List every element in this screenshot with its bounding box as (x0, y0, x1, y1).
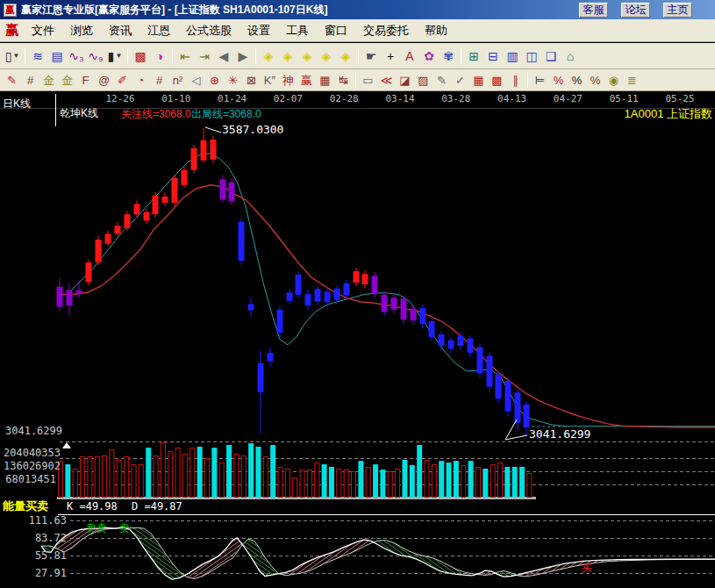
chip-distribution-icon[interactable]: ▩ (131, 47, 150, 65)
gann-gold-grid-icon[interactable]: 金 (39, 72, 58, 89)
date-tick-label: 12-26 (105, 93, 134, 104)
wave-3-icon[interactable]: ∿₃ (67, 47, 86, 65)
fan-box-icon[interactable]: ◪ (396, 72, 414, 89)
spiral-tool-icon[interactable]: @ (95, 72, 113, 89)
menu-item[interactable]: 设置 (240, 21, 278, 40)
calculator-icon[interactable]: ⊟ (483, 47, 503, 65)
menu-item[interactable]: 江恩 (139, 21, 178, 40)
menu-items: 文件浏览资讯江恩公式选股设置工具窗口交易委托帮助 (24, 21, 455, 40)
service-button[interactable]: 客服 (579, 3, 608, 18)
fan-lines-icon[interactable]: ≪ (377, 72, 396, 89)
width-measure-icon[interactable]: ↹ (334, 72, 353, 89)
f-grid-icon[interactable]: F (76, 72, 95, 89)
menu-item[interactable]: 窗口 (317, 21, 355, 40)
indicator-d-value: D =49.87 (132, 501, 182, 513)
chip-tool-icon[interactable]: ✿ (419, 47, 439, 65)
low-price-annotation: 3041.6299 (529, 428, 590, 440)
gold-circle-icon[interactable]: ◉ (604, 72, 623, 89)
brush-tool-icon[interactable]: ✎ (3, 72, 21, 89)
menu-item[interactable]: 帮助 (417, 21, 455, 40)
shade-box-icon[interactable]: ▨ (414, 72, 433, 89)
date-tick-label: 01-10 (161, 93, 190, 104)
ying-grid-icon[interactable]: 赢 (297, 72, 316, 89)
next-kline-icon[interactable]: ▶ (233, 47, 253, 65)
candle-width-icon[interactable]: ▮▼ (105, 47, 125, 65)
toolbar-separator (355, 72, 356, 88)
notebook-icon[interactable]: ▥ (503, 47, 522, 65)
v-lines-icon[interactable]: ✓ (451, 72, 469, 89)
indicator-axis-label: 27.91 (16, 568, 67, 579)
indicator-k-value: K =49.98 (67, 501, 118, 513)
star-web-icon[interactable]: ✳ (224, 72, 242, 89)
brain-tool-icon[interactable]: ✾ (439, 47, 458, 65)
quote-list-icon[interactable]: ▤ (47, 47, 67, 65)
parallel-lines-icon[interactable]: ∥ (506, 72, 525, 89)
shen-grid-icon[interactable]: 神 (279, 72, 297, 89)
price-scale-icon[interactable]: ⊨ (531, 72, 549, 89)
rect-tool-icon[interactable]: ▭ (359, 72, 377, 89)
ruler-grid-icon[interactable]: # (21, 72, 39, 89)
date-tick-label: 05-25 (665, 93, 694, 104)
pan-right-icon[interactable]: ◈ (278, 47, 297, 65)
zoom-a-tool-icon[interactable]: A (400, 47, 419, 65)
percent-icon[interactable]: % (568, 72, 586, 89)
save-icon[interactable]: ◫ (522, 47, 541, 65)
volume-axis-label: 68013451 (4, 474, 56, 485)
kline-mark-icon[interactable]: K″ (261, 72, 279, 89)
menu-item[interactable]: 浏览 (62, 21, 101, 40)
pen-tool-icon[interactable]: ✐ (113, 72, 132, 89)
title-bar: 赢 赢家江恩专业版[赢家服务平台] - [上证指数 SH1A0001-107日K… (0, 0, 715, 19)
toolbar-separator (527, 72, 528, 88)
kline-style-icon[interactable]: ▯▼ (3, 47, 22, 65)
angle-tool-icon[interactable]: ◁ (187, 72, 205, 89)
wave-9-icon[interactable]: ∿₉ (86, 47, 105, 65)
price-grid-icon[interactable]: # (150, 72, 168, 89)
gold-levels-icon[interactable]: ≣ (623, 72, 641, 89)
date-tick-label: 04-27 (554, 93, 583, 104)
window-title: 赢家江恩专业版[赢家服务平台] - [上证指数 SH1A0001-107日K线] (21, 3, 579, 18)
prev-kline-icon[interactable]: ◀ (214, 47, 233, 65)
percent-chart-icon[interactable]: % (549, 72, 568, 89)
grid-target-icon[interactable]: ⊠ (242, 72, 261, 89)
menu-item[interactable]: 资讯 (101, 21, 139, 40)
trend-curve-icon[interactable]: ≋ (28, 47, 47, 65)
color-volume-icon[interactable]: ◑ (150, 47, 169, 65)
sell-signal-label-2: 卖 (119, 523, 130, 534)
gann-gold-grid2-icon[interactable]: 金 (58, 72, 76, 89)
kline-chart-canvas[interactable] (0, 91, 715, 588)
zoom-in-icon[interactable]: ◈ (317, 47, 336, 65)
menu-item[interactable]: 工具 (278, 21, 317, 40)
time-cycle-icon[interactable]: ◔ (132, 72, 150, 89)
last-page-icon[interactable]: ⇥ (195, 47, 214, 65)
calendar-icon[interactable]: ⊞ (464, 47, 483, 65)
flag-grid-icon[interactable]: ▦ (316, 72, 334, 89)
pan-left-icon[interactable]: ◈ (259, 47, 278, 65)
trade-terminal-icon[interactable]: ⌂ (561, 47, 580, 65)
menu-item[interactable]: 文件 (24, 21, 62, 40)
target-tool-icon[interactable]: ⊕ (205, 72, 224, 89)
grid-box-icon[interactable]: ▩ (488, 72, 506, 89)
main-toolbar: ▯▼≋▤∿₃∿₉▮▼▩◑⇤⇥◀▶◈◈◈◈◈☛+A✿✾⊞⊟▥◫❏⌂ (0, 43, 715, 69)
indicator-axis-label: 111.63 (16, 515, 67, 527)
zoom-out-icon[interactable]: ◈ (297, 47, 317, 65)
chevron-down-icon: ▼ (12, 53, 19, 60)
n-square-icon[interactable]: n² (168, 72, 187, 89)
menu-item[interactable]: 公式选股 (178, 21, 240, 40)
hand-tool-icon[interactable]: ☛ (361, 47, 381, 65)
home-button[interactable]: 主页 (663, 3, 692, 18)
drawing-toolbar: ✎#金金F@✐◔#n²◁⊕✳⊠K″神赢▦↹▭≪◪▨✎✓▦▩∥⊨%%%◉≣ (0, 69, 715, 91)
crosshair-tool-icon[interactable]: + (381, 47, 400, 65)
menu-bar: 赢 文件浏览资讯江恩公式选股设置工具窗口交易委托帮助 (0, 19, 715, 42)
menu-item[interactable]: 交易委托 (355, 21, 417, 40)
percent-lines-icon[interactable]: % (586, 72, 604, 89)
indicator-name-label[interactable]: 能量买卖 (3, 500, 48, 512)
peak-price-annotation: 3587.0300 (222, 124, 283, 135)
forum-button[interactable]: 论坛 (621, 3, 650, 18)
chart-area[interactable]: 12-2601-1001-2402-0702-2803-1403-2804-13… (0, 91, 715, 588)
center-view-icon[interactable]: ◈ (336, 47, 355, 65)
toolbar-separator (25, 48, 25, 64)
line-draw-icon[interactable]: ✎ (433, 72, 451, 89)
first-page-icon[interactable]: ⇤ (175, 47, 195, 65)
windows-icon[interactable]: ❏ (541, 47, 561, 65)
grid-tool-icon[interactable]: ▦ (469, 72, 488, 89)
